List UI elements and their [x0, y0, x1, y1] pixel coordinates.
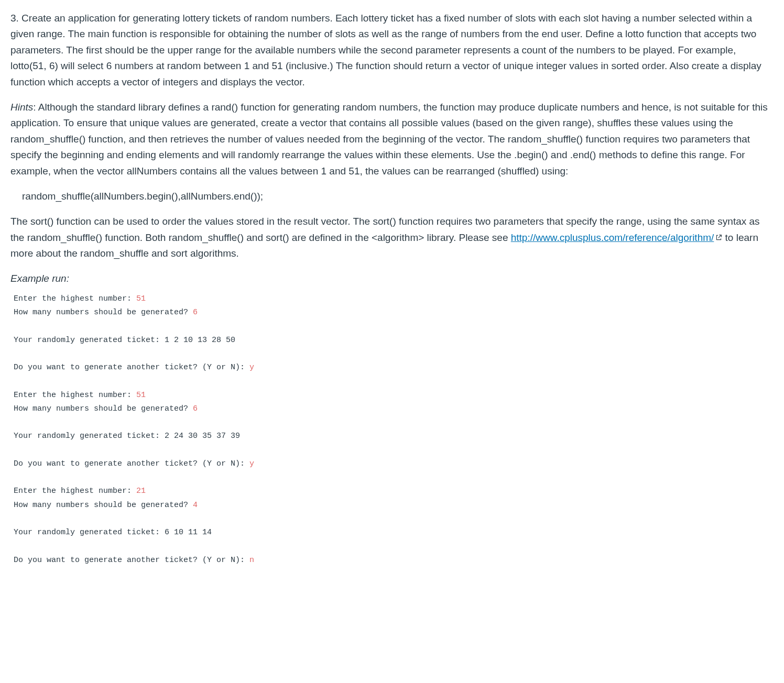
- code-sample-line: random_shuffle(allNumbers.begin(),allNum…: [10, 189, 774, 204]
- hints-label: Hints: [10, 102, 33, 113]
- input-count-2: 4: [193, 501, 198, 510]
- reference-link[interactable]: http://www.cplusplus.com/reference/algor…: [511, 232, 714, 243]
- hints-paragraph: Hints: Although the standard library def…: [10, 100, 774, 179]
- ticket-label-0: Your randomly generated ticket:: [14, 336, 165, 345]
- ticket-values-0: 1 2 10 13 28 50: [165, 336, 235, 345]
- problem-paragraph-1: 3. Create an application for generating …: [10, 10, 774, 90]
- console-output: Enter the highest number: 51 How many nu…: [10, 292, 774, 567]
- prompt-count-0: How many numbers should be generated?: [14, 308, 193, 317]
- hints-text: : Although the standard library defines …: [10, 102, 768, 177]
- prompt-high-2: Enter the highest number:: [14, 487, 136, 495]
- example-run-label-text: Example run:: [10, 273, 69, 284]
- input-count-0: 6: [193, 308, 198, 317]
- sort-paragraph: The sort() function can be used to order…: [10, 214, 774, 261]
- ticket-label-1: Your randomly generated ticket:: [14, 432, 165, 440]
- input-high-0: 51: [136, 294, 146, 303]
- external-link-icon: [715, 230, 722, 246]
- ticket-values-1: 2 24 30 35 37 39: [165, 432, 240, 440]
- again-prompt-0: Do you want to generate another ticket? …: [14, 363, 249, 372]
- reference-link-text: http://www.cplusplus.com/reference/algor…: [511, 232, 714, 243]
- input-again-0: y: [249, 363, 254, 372]
- document-body: 3. Create an application for generating …: [0, 0, 784, 578]
- input-high-2: 21: [136, 487, 146, 495]
- prompt-count-1: How many numbers should be generated?: [14, 404, 193, 413]
- input-again-2: n: [249, 556, 254, 565]
- prompt-high-1: Enter the highest number:: [14, 391, 136, 400]
- ticket-values-2: 6 10 11 14: [165, 528, 212, 537]
- input-high-1: 51: [136, 391, 146, 400]
- again-prompt-1: Do you want to generate another ticket? …: [14, 459, 249, 468]
- input-again-1: y: [249, 459, 254, 468]
- input-count-1: 6: [193, 404, 198, 413]
- again-prompt-2: Do you want to generate another ticket? …: [14, 556, 249, 565]
- example-run-label: Example run:: [10, 271, 774, 287]
- prompt-high-0: Enter the highest number:: [14, 294, 136, 303]
- prompt-count-2: How many numbers should be generated?: [14, 501, 193, 510]
- ticket-label-2: Your randomly generated ticket:: [14, 528, 165, 537]
